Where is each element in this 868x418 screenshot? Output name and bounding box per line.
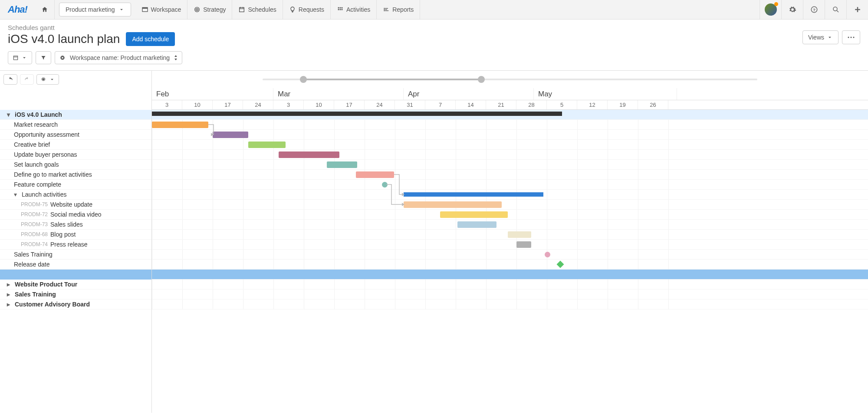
filter-chip-workspace[interactable]: Workspace name: Product marketing — [55, 51, 182, 64]
chart-row[interactable] — [152, 110, 868, 120]
chart-row[interactable] — [152, 140, 868, 150]
gantt-bar[interactable] — [152, 122, 208, 128]
gantt-bar[interactable] — [213, 132, 248, 138]
gantt-bar[interactable] — [279, 151, 339, 158]
home-button[interactable] — [35, 0, 55, 19]
search-icon — [832, 6, 840, 13]
user-avatar[interactable] — [760, 0, 781, 19]
chart-row[interactable] — [152, 200, 868, 210]
task-row[interactable]: PRODM-72Social media video — [0, 210, 151, 220]
settings-button[interactable] — [781, 0, 803, 19]
undo-button[interactable] — [3, 74, 17, 85]
gantt-bar[interactable] — [545, 252, 550, 257]
chart-row[interactable] — [152, 180, 868, 190]
svg-rect-12 — [338, 9, 339, 10]
plus-icon — [853, 5, 862, 14]
slider-handle-end[interactable] — [478, 76, 485, 83]
chart-row[interactable] — [152, 120, 868, 130]
chart-row[interactable] — [152, 290, 868, 300]
chart-row[interactable] — [152, 280, 868, 290]
nav-strategy[interactable]: Strategy — [187, 0, 232, 19]
gantt-bar[interactable] — [248, 142, 286, 148]
task-row[interactable]: Define go to market activities — [0, 170, 151, 180]
chart-row[interactable] — [152, 240, 868, 250]
nav-reports[interactable]: Reports — [377, 0, 420, 19]
day-header: 19 — [608, 100, 638, 109]
slider-handle-start[interactable] — [300, 76, 307, 83]
day-header: 3 — [273, 100, 304, 109]
day-header: 14 — [456, 100, 486, 109]
logo[interactable]: Aha! — [0, 0, 35, 19]
add-button[interactable] — [846, 0, 868, 19]
chart-row[interactable] — [152, 270, 868, 280]
svg-point-26 — [851, 37, 852, 38]
help-button[interactable]: ? — [803, 0, 825, 19]
zoom-slider[interactable] — [152, 71, 868, 88]
gantt-bar[interactable] — [440, 211, 508, 218]
gantt-bar[interactable] — [557, 261, 564, 268]
chart-row[interactable] — [152, 230, 868, 240]
gantt-bar[interactable] — [152, 112, 562, 116]
gantt-bar[interactable] — [457, 221, 496, 228]
group-collapsed[interactable]: ▸Website Product Tour — [0, 280, 151, 290]
sort-icon — [174, 55, 178, 60]
chart-row[interactable] — [152, 210, 868, 220]
gear-icon — [789, 6, 796, 13]
chart-row[interactable] — [152, 190, 868, 200]
chart-row[interactable] — [152, 300, 868, 309]
chart-row[interactable] — [152, 130, 868, 140]
task-row[interactable]: PRODM-74Press release — [0, 240, 151, 250]
gear-icon — [40, 76, 46, 82]
task-row[interactable]: Opportunity assessment — [0, 130, 151, 140]
nav-activities[interactable]: Activities — [331, 0, 377, 19]
gantt-bar[interactable] — [404, 192, 543, 197]
workspace-selector-label: Product marketing — [66, 6, 115, 13]
chart-row[interactable] — [152, 220, 868, 230]
nav-workspace[interactable]: Workspace — [135, 0, 188, 19]
gantt-bar[interactable] — [516, 241, 531, 248]
chart-row[interactable] — [152, 160, 868, 170]
chart-row[interactable] — [152, 170, 868, 180]
gantt-bar[interactable] — [327, 161, 357, 168]
task-row[interactable]: Release date — [0, 260, 151, 270]
task-row[interactable]: Creative brief — [0, 140, 151, 150]
task-row[interactable]: Set launch goals — [0, 160, 151, 170]
gantt-bar[interactable] — [404, 201, 502, 208]
group-ios-launch[interactable]: ▾iOS v4.0 Launch — [0, 110, 151, 120]
task-row[interactable]: Update buyer personas — [0, 150, 151, 160]
filter-button[interactable] — [36, 51, 51, 64]
timeline-months: FebMarAprMay — [152, 88, 868, 100]
day-header: 17 — [213, 100, 243, 109]
task-row[interactable]: Feature complete — [0, 180, 151, 190]
chart-row[interactable] — [152, 260, 868, 270]
task-row[interactable]: PRODM-68Blog post — [0, 230, 151, 240]
nav-schedules[interactable]: Schedules — [232, 0, 283, 19]
task-row[interactable]: PRODM-73Sales slides — [0, 220, 151, 230]
date-range-button[interactable] — [8, 51, 32, 64]
workspace-selector[interactable]: Product marketing — [59, 3, 131, 16]
more-menu-button[interactable] — [842, 30, 860, 44]
task-row[interactable]: Market research — [0, 120, 151, 130]
spacer-row — [0, 270, 151, 280]
group-collapsed[interactable]: ▸Sales Training — [0, 290, 151, 300]
task-row[interactable]: PRODM-75Website update — [0, 200, 151, 210]
task-row[interactable]: Sales Training — [0, 250, 151, 260]
views-dropdown[interactable]: Views — [802, 30, 838, 44]
close-circle-icon[interactable] — [59, 55, 66, 61]
group-collapsed[interactable]: ▸Customer Advisory Board — [0, 300, 151, 309]
search-button[interactable] — [825, 0, 846, 19]
gantt-bar[interactable] — [508, 231, 531, 238]
redo-button[interactable] — [20, 74, 34, 85]
svg-rect-13 — [340, 9, 341, 10]
nav-requests[interactable]: Requests — [283, 0, 331, 19]
chart-row[interactable] — [152, 150, 868, 160]
top-navigation: Aha! Product marketing Workspace Strateg… — [0, 0, 868, 20]
svg-point-25 — [848, 37, 849, 38]
breadcrumb[interactable]: Schedules gantt — [8, 24, 860, 31]
gantt-bar[interactable] — [356, 171, 394, 178]
chart-row[interactable] — [152, 250, 868, 260]
add-schedule-button[interactable]: Add schedule — [126, 32, 175, 46]
group-launch-activities[interactable]: ▾Launch activities — [0, 190, 151, 200]
gantt-bar[interactable] — [382, 182, 388, 188]
gantt-settings-button[interactable] — [36, 74, 59, 85]
